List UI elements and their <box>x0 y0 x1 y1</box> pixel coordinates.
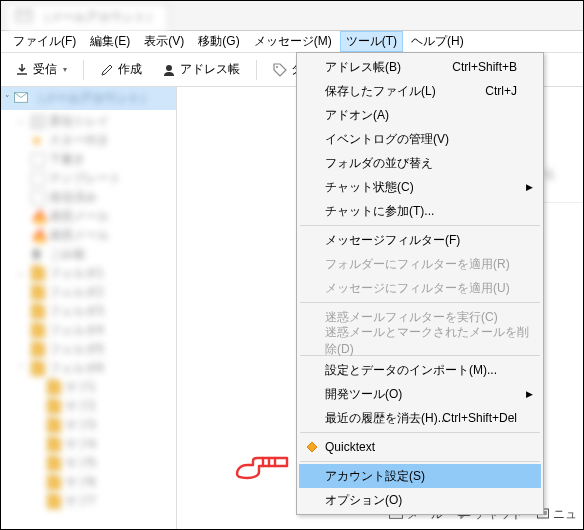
menu-item-label: Quicktext <box>325 440 375 454</box>
menu-go[interactable]: 移動(G) <box>192 31 245 52</box>
tree-row[interactable]: フォルダ2 <box>1 283 176 302</box>
twisty-icon: › <box>19 117 27 127</box>
draft-icon <box>31 153 45 167</box>
tree-row[interactable]: サブ2 <box>1 397 176 416</box>
tree-row[interactable]: フォルダ4 <box>1 321 176 340</box>
menu-item-label: オプション(O) <box>325 492 402 509</box>
menu-item[interactable]: アドレス帳(B)Ctrl+Shift+B <box>299 55 541 79</box>
twisty-icon: ˅ <box>19 364 27 374</box>
tree-row[interactable]: サブ7 <box>1 492 176 511</box>
menu-item[interactable]: 保存したファイル(L)Ctrl+J <box>299 79 541 103</box>
menu-bar: ファイル(F) 編集(E) 表示(V) 移動(G) メッセージ(M) ツール(T… <box>1 31 583 53</box>
folder-icon <box>31 343 45 357</box>
tree-label: サブ2 <box>65 398 96 415</box>
folder-icon <box>47 457 61 471</box>
caret-icon: ▾ <box>63 65 67 74</box>
tree-row[interactable]: ›受信トレイ <box>1 112 176 131</box>
menu-item-label: チャットに参加(T)... <box>325 203 434 220</box>
menu-separator <box>300 432 540 433</box>
menu-item[interactable]: オプション(O) <box>299 488 541 512</box>
address-book-button[interactable]: アドレス帳 <box>156 58 246 81</box>
tree-row[interactable]: サブ1 <box>1 378 176 397</box>
menu-file[interactable]: ファイル(F) <box>7 31 82 52</box>
menu-help[interactable]: ヘルプ(H) <box>405 31 470 52</box>
tree-label: テンプレート <box>49 170 121 187</box>
tree-row[interactable]: サブ3 <box>1 416 176 435</box>
folder-icon <box>47 476 61 490</box>
menu-item-label: フォルダーにフィルターを適用(R) <box>325 256 510 273</box>
menu-item[interactable]: イベントログの管理(V) <box>299 127 541 151</box>
menu-tools[interactable]: ツール(T) <box>340 31 403 52</box>
tree-row[interactable]: サブ6 <box>1 473 176 492</box>
tree-row[interactable]: 下書き <box>1 150 176 169</box>
menu-item[interactable]: アカウント設定(S) <box>299 464 541 488</box>
menu-item-label: 迷惑メールフィルターを実行(C) <box>325 309 498 326</box>
tree-row[interactable]: ›フォルダ1 <box>1 264 176 283</box>
tree-row[interactable]: ★スター付き <box>1 131 176 150</box>
tree-row[interactable]: 🔥迷惑メール <box>1 207 176 226</box>
menu-separator <box>300 302 540 303</box>
svg-point-1 <box>166 65 172 71</box>
tree-row[interactable]: ˅フォルダ6 <box>1 359 176 378</box>
trash-icon: 🗑 <box>31 248 45 262</box>
menu-item[interactable]: アドオン(A) <box>299 103 541 127</box>
tag-icon <box>273 63 287 77</box>
tree-label: フォルダ3 <box>49 303 104 320</box>
menu-item[interactable]: Quicktext <box>299 435 541 459</box>
tree-label: サブ1 <box>65 379 96 396</box>
tree-label: サブ7 <box>65 493 96 510</box>
folder-icon <box>31 286 45 300</box>
menu-message[interactable]: メッセージ(M) <box>248 31 338 52</box>
tree-row[interactable]: 送信済み <box>1 188 176 207</box>
menu-view[interactable]: 表示(V) <box>138 31 190 52</box>
menu-edit[interactable]: 編集(E) <box>84 31 136 52</box>
account-name: （メールアカウント） <box>32 90 152 107</box>
menu-item-label: メッセージにフィルターを適用(U) <box>325 280 510 297</box>
tree-label: フォルダ2 <box>49 284 104 301</box>
menu-item[interactable]: 最近の履歴を消去(H)...Ctrl+Shift+Del <box>299 406 541 430</box>
tree-row[interactable]: フォルダ5 <box>1 340 176 359</box>
folder-icon <box>31 324 45 338</box>
menu-item[interactable]: チャット状態(C)▶ <box>299 175 541 199</box>
menu-item-label: アドオン(A) <box>325 107 389 124</box>
tree-label: 迷惑メール <box>49 208 109 225</box>
tree-row[interactable]: 🗑ごみ箱 <box>1 245 176 264</box>
svg-point-2 <box>276 66 278 68</box>
menu-item-label: 最近の履歴を消去(H)... <box>325 410 448 427</box>
menu-item-label: フォルダの並び替え <box>325 155 433 172</box>
menu-item[interactable]: メッセージフィルター(F) <box>299 228 541 252</box>
menu-item-label: アカウント設定(S) <box>325 468 425 485</box>
tree-row[interactable]: テンプレート <box>1 169 176 188</box>
address-label: アドレス帳 <box>180 61 240 78</box>
menu-item[interactable]: チャットに参加(T)... <box>299 199 541 223</box>
pointer-annotation <box>233 452 295 485</box>
tree-row[interactable]: フォルダ3 <box>1 302 176 321</box>
tree-label: 迷惑メール <box>49 227 109 244</box>
account-row[interactable]: ˅ （メールアカウント） <box>1 87 176 110</box>
menu-shortcut: Ctrl+Shift+B <box>452 60 517 74</box>
menu-item-label: イベントログの管理(V) <box>325 131 449 148</box>
tree-row[interactable]: サブ5 <box>1 454 176 473</box>
template-icon <box>31 172 45 186</box>
tree-row[interactable]: サブ4 <box>1 435 176 454</box>
menu-item[interactable]: 設定とデータのインポート(M)... <box>299 358 541 382</box>
twisty-icon: ˅ <box>5 94 10 104</box>
menu-item[interactable]: フォルダの並び替え <box>299 151 541 175</box>
tab-bar: （メールアカウント） <box>1 1 583 31</box>
submenu-arrow-icon: ▶ <box>526 182 533 192</box>
person-icon <box>162 63 176 77</box>
menu-shortcut: Ctrl+J <box>485 84 517 98</box>
tree-label: スター付き <box>49 132 109 149</box>
menu-separator <box>300 461 540 462</box>
menu-item[interactable]: 開発ツール(O)▶ <box>299 382 541 406</box>
receive-button[interactable]: 受信 ▾ <box>9 58 73 81</box>
receive-label: 受信 <box>33 61 57 78</box>
tab-active[interactable]: （メールアカウント） <box>5 3 169 31</box>
compose-button[interactable]: 作成 <box>94 58 148 81</box>
tree-label: 下書き <box>49 151 85 168</box>
tree-row[interactable]: 🔥迷惑メール <box>1 226 176 245</box>
tab-title: （メールアカウント） <box>38 9 158 26</box>
quicktext-icon <box>304 439 320 455</box>
sent-icon <box>31 191 45 205</box>
download-icon <box>15 63 29 77</box>
